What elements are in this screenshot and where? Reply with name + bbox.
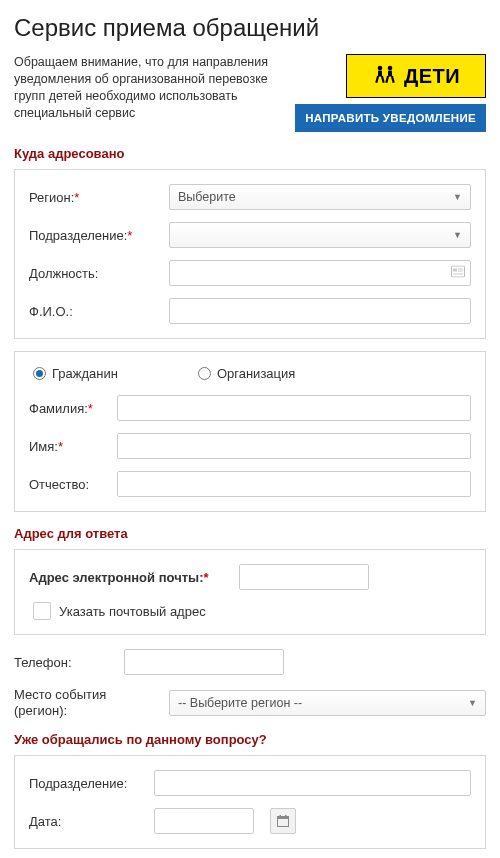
- svg-point-4: [388, 66, 393, 71]
- chevron-down-icon: ▼: [453, 192, 462, 202]
- radio-citizen[interactable]: Гражданин: [33, 366, 118, 381]
- radio-icon: [33, 367, 46, 380]
- fieldset-destination: Регион:* Выберите ▼ Подразделение:* ▼ До…: [14, 169, 486, 339]
- fio-label: Ф.И.О.:: [29, 304, 159, 319]
- phone-label: Телефон:: [14, 655, 114, 670]
- fieldset-applicant: Гражданин Организация Фамилия:* Имя:* От…: [14, 351, 486, 512]
- svg-rect-14: [278, 817, 289, 820]
- notice-row: Обращаем внимание, что для направления у…: [14, 54, 486, 132]
- firstname-label: Имя:*: [29, 439, 107, 454]
- prev-date-label: Дата:: [29, 814, 144, 829]
- svg-rect-3: [381, 76, 385, 83]
- region-select-value: Выберите: [178, 190, 236, 204]
- svg-rect-1: [378, 71, 382, 77]
- patronymic-label: Отчество:: [29, 477, 107, 492]
- department-select[interactable]: ▼: [169, 222, 471, 248]
- postal-checkbox[interactable]: Указать почтовый адрес: [29, 602, 471, 620]
- section-title-previous: Уже обращались по данному вопросу?: [14, 732, 486, 747]
- calendar-button[interactable]: [270, 808, 296, 834]
- prev-dept-label: Подразделение:: [29, 776, 144, 791]
- event-region-select[interactable]: -- Выберите регион -- ▼: [169, 690, 486, 716]
- patronymic-input[interactable]: [117, 471, 471, 497]
- chevron-down-icon: ▼: [468, 698, 477, 708]
- children-icon: [372, 63, 398, 89]
- lastname-label: Фамилия:*: [29, 401, 107, 416]
- kids-banner[interactable]: ДЕТИ: [346, 54, 486, 98]
- radio-organization[interactable]: Организация: [198, 366, 295, 381]
- svg-rect-15: [280, 815, 282, 818]
- fio-input[interactable]: [169, 298, 471, 324]
- email-input[interactable]: [239, 564, 369, 590]
- radio-icon: [198, 367, 211, 380]
- firstname-input[interactable]: [117, 433, 471, 459]
- banner-column: ДЕТИ НАПРАВИТЬ УВЕДОМЛЕНИЕ: [295, 54, 486, 132]
- fieldset-previous: Подразделение: Дата:: [14, 755, 486, 849]
- radio-organization-label: Организация: [217, 366, 295, 381]
- email-label: Адрес электронной почты:*: [29, 570, 209, 585]
- svg-point-0: [378, 66, 383, 71]
- chevron-down-icon: ▼: [453, 230, 462, 240]
- svg-rect-2: [375, 76, 379, 83]
- postal-checkbox-label: Указать почтовый адрес: [59, 604, 206, 619]
- page-title: Сервис приема обращений: [14, 14, 486, 42]
- svg-rect-5: [388, 71, 392, 77]
- radio-citizen-label: Гражданин: [52, 366, 118, 381]
- position-input[interactable]: [169, 260, 471, 286]
- section-title-destination: Куда адресовано: [14, 146, 486, 161]
- checkbox-icon: [33, 602, 51, 620]
- event-region-select-value: -- Выберите регион --: [178, 696, 302, 710]
- region-label: Регион:*: [29, 190, 159, 205]
- dept-label: Подразделение:*: [29, 228, 159, 243]
- calendar-icon: [277, 815, 289, 827]
- kids-banner-label: ДЕТИ: [404, 65, 460, 88]
- phone-input[interactable]: [124, 649, 284, 675]
- notice-text: Обращаем внимание, что для направления у…: [14, 54, 281, 122]
- section-title-reply: Адрес для ответа: [14, 526, 486, 541]
- svg-rect-6: [385, 76, 389, 83]
- svg-rect-16: [285, 815, 287, 818]
- position-label: Должность:: [29, 266, 159, 281]
- lastname-input[interactable]: [117, 395, 471, 421]
- prev-date-input[interactable]: [154, 808, 254, 834]
- prev-dept-input[interactable]: [154, 770, 471, 796]
- fieldset-email: Адрес электронной почты:* Указать почтов…: [14, 549, 486, 635]
- region-select[interactable]: Выберите ▼: [169, 184, 471, 210]
- svg-rect-7: [391, 76, 395, 83]
- event-region-label: Место события (регион):: [14, 687, 159, 718]
- send-notification-button[interactable]: НАПРАВИТЬ УВЕДОМЛЕНИЕ: [295, 104, 486, 132]
